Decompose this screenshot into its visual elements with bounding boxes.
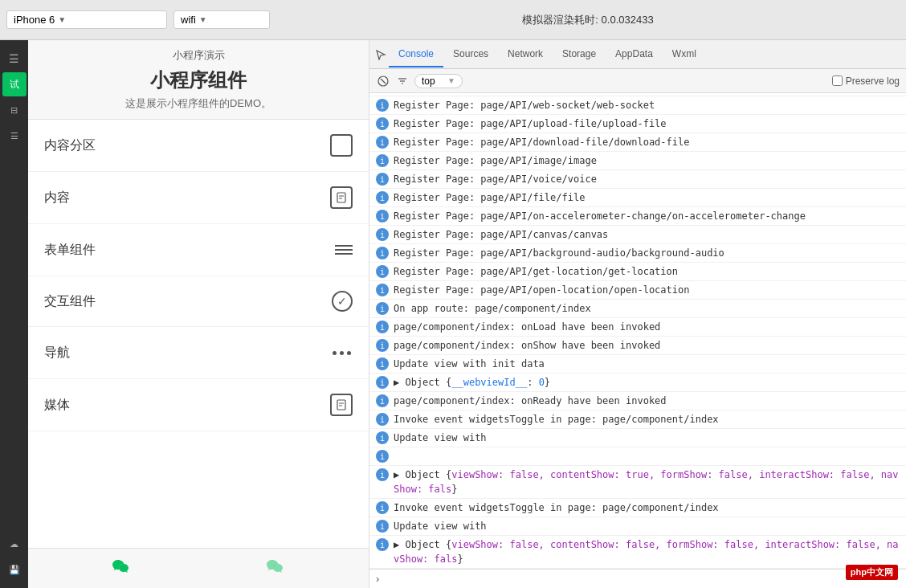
- console-info-icon: i: [376, 394, 389, 407]
- console-line: i▶ Object {viewShow: false, contentShow:…: [369, 536, 906, 569]
- console-info-icon: i: [376, 136, 389, 149]
- console-info-icon: i: [376, 520, 389, 533]
- mini-sidebar-item-3[interactable]: ⊟: [2, 98, 27, 122]
- svg-rect-0: [337, 193, 345, 202]
- console-line-text: Register Page: page/API/image/image: [394, 153, 900, 168]
- console-line-text: Invoke event widgetsToggle in page: page…: [394, 500, 900, 515]
- console-input[interactable]: [384, 574, 900, 585]
- console-line-text: page/component/index: onShow have been i…: [394, 338, 900, 353]
- console-info-icon: i: [376, 431, 389, 444]
- console-line: iOn app route: page/component/index: [369, 300, 906, 318]
- tab-wxml[interactable]: Wxml: [663, 42, 706, 67]
- console-line-text: Register Page: page/API/upload-file/uplo…: [394, 116, 900, 131]
- console-info-icon: i: [376, 501, 389, 514]
- console-info-icon: i: [376, 468, 389, 481]
- tab-storage[interactable]: Storage: [553, 42, 606, 67]
- preserve-log-checkbox[interactable]: [832, 76, 843, 86]
- console-line: iInvoke event widgetsToggle in page: pag…: [369, 410, 906, 429]
- console-info-icon: i: [376, 265, 389, 278]
- mini-sidebar-item-4[interactable]: ☰: [2, 124, 27, 148]
- simulator-list: 内容分区内容表单组件交互组件✓导航媒体: [28, 120, 369, 548]
- wifi-label: wifi: [181, 14, 196, 26]
- console-line-text: [394, 449, 900, 463]
- sim-item-icon-doc: [330, 394, 353, 416]
- console-info-icon: i: [376, 450, 389, 463]
- sim-list-item[interactable]: 交互组件✓: [28, 276, 369, 327]
- sim-item-icon-square: [330, 134, 353, 157]
- console-info-icon: i: [376, 228, 389, 241]
- mini-sidebar-item-5[interactable]: ☁: [2, 532, 27, 556]
- console-line-text: page/component/index: onLoad have been i…: [394, 320, 900, 334]
- mini-sidebar-item-1[interactable]: ☰: [2, 47, 27, 71]
- tab-network[interactable]: Network: [498, 42, 553, 67]
- php-watermark: php中文网: [846, 565, 898, 580]
- console-line: ipage/component/index: onReady have been…: [369, 392, 906, 410]
- sim-list-item[interactable]: 内容分区: [28, 120, 369, 172]
- console-line-text: Update view with: [394, 519, 900, 533]
- left-mini-sidebar: ☰ 试 ⊟ ☰ ☁ 💾: [0, 40, 28, 588]
- console-line: iRegister Page: page/API/file/file: [369, 189, 906, 207]
- console-line-text: ▶ Object {viewShow: false, contentShow: …: [394, 468, 900, 496]
- simulator-header-title: 小程序演示: [41, 48, 356, 63]
- preserve-log-label: Preserve log: [846, 76, 900, 87]
- wifi-arrow-icon: ▼: [199, 15, 207, 24]
- sim-list-item[interactable]: 导航: [28, 327, 369, 379]
- console-info-icon: i: [376, 284, 389, 296]
- console-line-text: Register Page: page/API/open-location/op…: [394, 283, 900, 297]
- console-line-text: Update view with: [394, 431, 900, 445]
- sim-item-label: 交互组件: [44, 293, 96, 310]
- sim-item-icon-doc: [330, 186, 353, 209]
- console-info-icon: i: [376, 210, 389, 223]
- tab-sources[interactable]: Sources: [443, 42, 498, 67]
- console-line-text: Register Page: page/API/download-file/do…: [394, 135, 900, 149]
- sim-item-label: 媒体: [44, 397, 70, 414]
- sim-share-icon[interactable]: [263, 554, 288, 583]
- devtools-cursor-icon[interactable]: [373, 47, 389, 63]
- filter-dropdown-icon: ▼: [447, 76, 455, 85]
- console-line-text: Register Page: page/API/file/file: [394, 190, 900, 205]
- sim-list-item[interactable]: 媒体: [28, 379, 369, 431]
- console-info-icon: i: [376, 357, 389, 370]
- simulator-description: 这是展示小程序组件的DEMO。: [41, 96, 356, 111]
- filter-input[interactable]: top ▼: [414, 74, 463, 88]
- filter-icon[interactable]: [395, 74, 410, 88]
- console-line: iUpdate view with: [369, 517, 906, 536]
- console-info-icon: i: [376, 376, 389, 389]
- console-line: iRegister Page: page/API/download-file/d…: [369, 133, 906, 152]
- console-line: iRegister Page: page/API/open-location/o…: [369, 281, 906, 300]
- mini-icon-1: ☰: [9, 52, 19, 65]
- top-bar: iPhone 6 ▼ wifi ▼ 模拟器渲染耗时: 0.0.032433: [0, 0, 906, 40]
- devtools-toolbar: top ▼ Preserve log: [369, 69, 906, 93]
- svg-line-7: [381, 79, 386, 84]
- console-info-icon: i: [376, 538, 389, 551]
- sim-item-icon-dots: [330, 341, 353, 364]
- console-line: i▶ Object {__webviewId__: 0}: [369, 374, 906, 392]
- sim-wechat-icon[interactable]: [109, 554, 133, 583]
- main-area: ☰ 试 ⊟ ☰ ☁ 💾 小程序演示 小程序组件 这是展示小程序组件的DEMO。 …: [0, 40, 906, 588]
- mini-icon-3: ⊟: [10, 105, 18, 116]
- sim-item-icon-hamburger: [330, 239, 353, 261]
- mini-icon-5: ☁: [10, 539, 18, 549]
- wifi-selector[interactable]: wifi ▼: [173, 10, 270, 29]
- console-line-text: Update view with init data: [394, 357, 900, 371]
- mini-sidebar-item-6[interactable]: 💾: [2, 557, 27, 582]
- devtools-tabs-bar: Console Sources Network Storage AppData …: [369, 40, 906, 69]
- tab-console[interactable]: Console: [389, 42, 443, 67]
- console-output: iRegister Page: page/API/navigation-bar-…: [369, 93, 906, 569]
- tab-appdata[interactable]: AppData: [606, 42, 663, 67]
- sim-list-item[interactable]: 表单组件: [28, 224, 369, 276]
- console-info-icon: i: [376, 173, 389, 186]
- sim-item-icon-check: ✓: [332, 291, 353, 312]
- mini-sidebar-item-2[interactable]: 试: [2, 72, 27, 96]
- console-line-text: Register Page: page/API/web-socket/web-s…: [394, 98, 900, 112]
- console-line-text: On app route: page/component/index: [394, 301, 900, 316]
- sim-item-label: 内容: [44, 190, 70, 206]
- console-line: ipage/component/index: onLoad have been …: [369, 318, 906, 337]
- console-info-icon: i: [376, 413, 389, 426]
- sim-list-item[interactable]: 内容: [28, 172, 369, 224]
- console-line-text: page/component/index: onReady have been …: [394, 394, 900, 408]
- clear-console-button[interactable]: [376, 74, 390, 88]
- console-line-text: Register Page: page/API/canvas/canvas: [394, 227, 900, 242]
- device-selector[interactable]: iPhone 6 ▼: [6, 10, 167, 29]
- console-info-icon: i: [376, 339, 389, 352]
